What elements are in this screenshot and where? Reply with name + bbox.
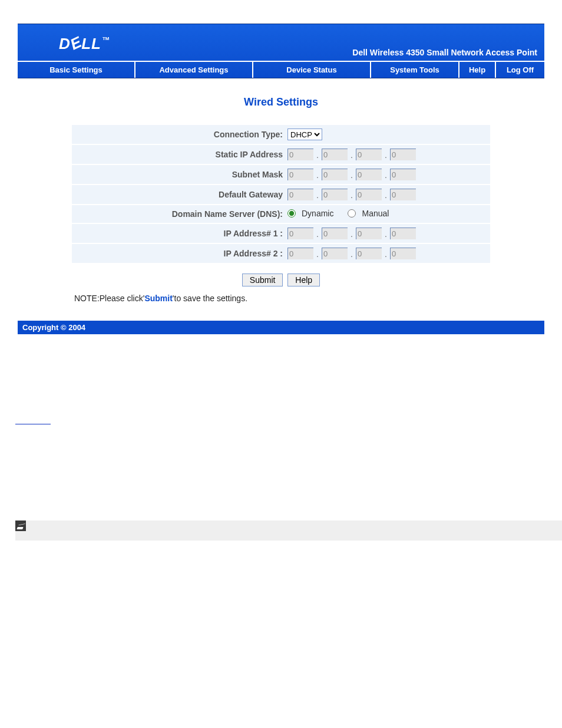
nav-help[interactable]: Help bbox=[459, 62, 496, 78]
dns-label: Domain Name Server (DNS): bbox=[72, 205, 284, 223]
nav-logoff[interactable]: Log Off bbox=[496, 62, 544, 78]
nav-basic-settings[interactable]: Basic Settings bbox=[18, 62, 135, 78]
button-row: Submit Help bbox=[18, 274, 544, 286]
ip2-octet-4[interactable] bbox=[390, 248, 416, 259]
dot-icon: . bbox=[348, 170, 356, 180]
static-ip-octet-4[interactable] bbox=[390, 149, 416, 160]
page-title: Wired Settings bbox=[18, 96, 544, 108]
footer-bar: Copyright © 2004 bbox=[18, 321, 544, 334]
dot-icon: . bbox=[348, 190, 356, 200]
settings-form: Connection Type: DHCP Static IP Address … bbox=[72, 125, 490, 263]
ip2-octet-1[interactable] bbox=[287, 248, 313, 259]
subnet-mask-octet-4[interactable] bbox=[390, 169, 416, 180]
ip2-group: . . . bbox=[287, 248, 416, 259]
subnet-mask-octet-2[interactable] bbox=[322, 169, 348, 180]
ip2-octet-3[interactable] bbox=[356, 248, 382, 259]
help-button[interactable]: Help bbox=[287, 274, 320, 286]
header-top: DELLTM Dell Wireless 4350 Small Network … bbox=[18, 24, 544, 61]
trademark-symbol: TM bbox=[103, 36, 110, 41]
ip1-octet-4[interactable] bbox=[390, 228, 416, 239]
dot-icon: . bbox=[382, 249, 390, 259]
note-text: NOTE:Please click'Submit'to save the set… bbox=[74, 294, 544, 303]
ip1-group: . . . bbox=[287, 228, 416, 239]
dot-icon: . bbox=[313, 170, 322, 180]
nav-advanced-settings[interactable]: Advanced Settings bbox=[135, 62, 253, 78]
dns-dynamic-label[interactable]: Dynamic bbox=[302, 209, 333, 218]
default-gateway-octet-1[interactable] bbox=[287, 189, 313, 200]
static-ip-octet-3[interactable] bbox=[356, 149, 382, 160]
subnet-mask-group: . . . bbox=[287, 169, 416, 180]
nav-bar: Basic Settings Advanced Settings Device … bbox=[18, 61, 544, 78]
ip1-octet-2[interactable] bbox=[322, 228, 348, 239]
dot-icon: . bbox=[313, 229, 322, 239]
subnet-mask-octet-3[interactable] bbox=[356, 169, 382, 180]
empty-link[interactable] bbox=[15, 424, 51, 424]
dot-icon: . bbox=[313, 150, 322, 160]
pencil-icon bbox=[15, 521, 26, 531]
page-wrap: DELLTM Dell Wireless 4350 Small Network … bbox=[0, 24, 562, 334]
subnet-mask-octet-1[interactable] bbox=[287, 169, 313, 180]
note-highlight: Submit bbox=[144, 294, 172, 303]
nav-device-status[interactable]: Device Status bbox=[253, 62, 371, 78]
connection-type-select[interactable]: DHCP bbox=[287, 129, 322, 140]
ip2-label: IP Address# 2 : bbox=[72, 244, 284, 263]
dns-radio-group: Dynamic Manual bbox=[287, 209, 399, 218]
ip1-octet-1[interactable] bbox=[287, 228, 313, 239]
dns-manual-label[interactable]: Manual bbox=[362, 209, 389, 218]
dot-icon: . bbox=[382, 150, 390, 160]
static-ip-label: Static IP Address bbox=[72, 145, 284, 164]
default-gateway-group: . . . bbox=[287, 189, 416, 200]
default-gateway-octet-3[interactable] bbox=[356, 189, 382, 200]
note-suffix: to save the settings. bbox=[174, 294, 248, 303]
default-gateway-label: Default Gateway bbox=[72, 185, 284, 204]
default-gateway-octet-4[interactable] bbox=[390, 189, 416, 200]
dot-icon: . bbox=[313, 190, 322, 200]
ip1-label: IP Address# 1 : bbox=[72, 224, 284, 243]
dot-icon: . bbox=[348, 150, 356, 160]
static-ip-group: . . . bbox=[287, 149, 416, 160]
submit-button[interactable]: Submit bbox=[242, 274, 283, 286]
ip1-octet-3[interactable] bbox=[356, 228, 382, 239]
static-ip-octet-1[interactable] bbox=[287, 149, 313, 160]
nav-system-tools[interactable]: System Tools bbox=[371, 62, 459, 78]
dns-manual-radio[interactable] bbox=[348, 209, 356, 218]
dot-icon: . bbox=[382, 170, 390, 180]
dns-dynamic-radio[interactable] bbox=[287, 209, 296, 218]
page-extras bbox=[0, 334, 562, 541]
default-gateway-octet-2[interactable] bbox=[322, 189, 348, 200]
dot-icon: . bbox=[313, 249, 322, 259]
note-prefix: NOTE:Please click bbox=[74, 294, 143, 303]
note-callout bbox=[15, 521, 562, 541]
content-area: Wired Settings Connection Type: DHCP Sta… bbox=[18, 78, 544, 303]
copyright-text: Copyright © 2004 bbox=[22, 323, 85, 332]
dot-icon: . bbox=[348, 249, 356, 259]
dell-logo: DELLTM bbox=[59, 35, 108, 53]
connection-type-label: Connection Type: bbox=[72, 125, 284, 144]
header-bar: DELLTM Dell Wireless 4350 Small Network … bbox=[18, 24, 544, 78]
product-title: Dell Wireless 4350 Small Network Access … bbox=[352, 48, 537, 57]
static-ip-octet-2[interactable] bbox=[322, 149, 348, 160]
dot-icon: . bbox=[348, 229, 356, 239]
dot-icon: . bbox=[382, 190, 390, 200]
ip2-octet-2[interactable] bbox=[322, 248, 348, 259]
dot-icon: . bbox=[382, 229, 390, 239]
subnet-mask-label: Subnet Mask bbox=[72, 165, 284, 184]
